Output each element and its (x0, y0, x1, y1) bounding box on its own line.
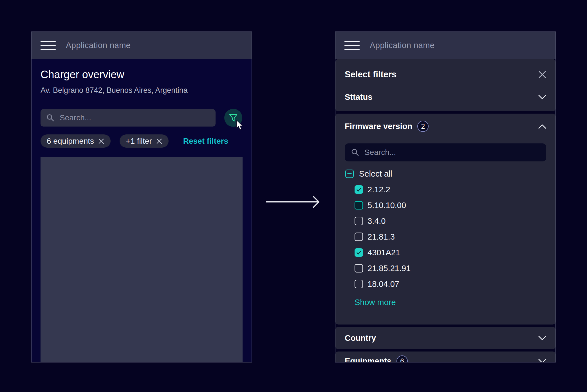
show-more-link[interactable]: Show more (355, 295, 546, 309)
checkbox-icon[interactable] (355, 248, 363, 257)
app-name: Application name (66, 41, 131, 50)
section-select-filters: Select filters Sttatus (335, 59, 555, 111)
firmware-option-label: 21.81.3 (368, 232, 395, 242)
panel-title: Select filters (345, 69, 396, 80)
chevron-down-icon[interactable] (538, 336, 546, 341)
hamburger-menu-icon[interactable] (41, 41, 56, 50)
firmware-option-row[interactable]: 18.04.07 (355, 276, 546, 292)
firmware-option-label: 4301A21 (368, 248, 400, 257)
section-equipments: Equipments 6 (335, 352, 555, 362)
app-header: Application name (32, 32, 252, 59)
indeterminate-checkbox-icon[interactable] (345, 170, 354, 178)
chevron-up-icon[interactable] (538, 124, 546, 129)
section-firmware-version: Firmware version 2 (335, 114, 555, 325)
hamburger-menu-icon[interactable] (344, 41, 360, 50)
checkbox-icon[interactable] (355, 264, 363, 272)
firmware-option-row[interactable]: 2.12.2 (355, 182, 546, 197)
filter-group-country[interactable]: Country (335, 327, 555, 349)
search-icon (351, 148, 359, 157)
firmware-search-bar[interactable] (345, 143, 546, 161)
firmware-option-row[interactable]: 21.81.3 (355, 229, 546, 245)
chevron-down-icon[interactable] (538, 95, 546, 100)
reset-filters-link[interactable]: Reset filters (183, 137, 228, 146)
close-icon[interactable] (538, 71, 546, 78)
select-filters-screen: Application name Select filters Sttatus (335, 31, 556, 362)
firmware-option-row[interactable]: 5.10.10.00 (355, 197, 546, 213)
checkbox-icon[interactable] (355, 280, 363, 288)
filter-button[interactable] (224, 109, 242, 127)
content-placeholder-area (41, 157, 243, 362)
firmware-option-label: 2.12.2 (368, 185, 390, 194)
chip-equipments[interactable]: 6 equipments (41, 134, 111, 148)
design-canvas: Application name Charger overview Av. Be… (0, 0, 587, 392)
checkbox-icon[interactable] (355, 233, 363, 241)
chevron-down-icon[interactable] (538, 359, 546, 363)
search-input[interactable] (59, 113, 210, 123)
firmware-search-input[interactable] (364, 148, 540, 157)
firmware-option-row[interactable]: 4301A21 (355, 245, 546, 260)
search-icon (46, 114, 55, 122)
filter-group-firmware[interactable]: Firmware version 2 (335, 114, 555, 139)
firmware-option-label: 21.85.21.91 (368, 264, 411, 273)
filter-sections: Select filters Sttatus (335, 59, 555, 362)
checkbox-icon[interactable] (355, 217, 363, 225)
filter-group-status[interactable]: Sttatus (335, 83, 555, 111)
equipments-label: Equipments (345, 357, 391, 363)
checkbox-icon[interactable] (355, 201, 363, 209)
select-all-label: Select all (359, 169, 392, 179)
chip-close-icon[interactable] (156, 138, 162, 144)
firmware-option-label: 18.04.07 (368, 280, 399, 289)
chip-label: 6 equipments (47, 137, 94, 146)
equipments-count-badge: 6 (396, 355, 408, 362)
firmware-count-badge: 2 (417, 121, 429, 132)
status-label: Sttatus (345, 93, 372, 102)
firmware-option-label: 5.10.10.00 (368, 201, 406, 210)
app-name: Application name (370, 41, 434, 50)
chip-extra-filter[interactable]: +1 filter (120, 134, 169, 148)
charger-overview-screen: Application name Charger overview Av. Be… (31, 31, 252, 362)
page-subtitle: Av. Belgrano 8742, Buenos Aires, Argenti… (41, 86, 188, 94)
search-bar[interactable] (41, 109, 216, 127)
page-title: Charger overview (41, 69, 124, 80)
firmware-option-label: 3.4.0 (368, 217, 386, 226)
chip-label: +1 filter (126, 137, 152, 146)
firmware-label: Firmware version (345, 122, 412, 131)
section-country: Country (335, 327, 555, 349)
firmware-options-list: 2.12.2 5.10.10.00 3.4.0 21.81.3 (355, 182, 546, 292)
firmware-option-row[interactable]: 3.4.0 (355, 213, 546, 229)
country-label: Country (345, 334, 376, 343)
app-header: Application name (335, 32, 555, 59)
filter-group-equipments[interactable]: Equipments 6 (335, 352, 555, 362)
chip-close-icon[interactable] (98, 138, 104, 144)
funnel-icon (229, 114, 238, 122)
checkbox-icon[interactable] (355, 185, 363, 194)
active-filter-chips: 6 equipments +1 filter Reset filters (41, 134, 228, 148)
select-all-row[interactable]: Select all (345, 166, 546, 182)
firmware-option-row[interactable]: 21.85.21.91 (355, 260, 546, 276)
flow-arrow-icon (265, 193, 322, 211)
